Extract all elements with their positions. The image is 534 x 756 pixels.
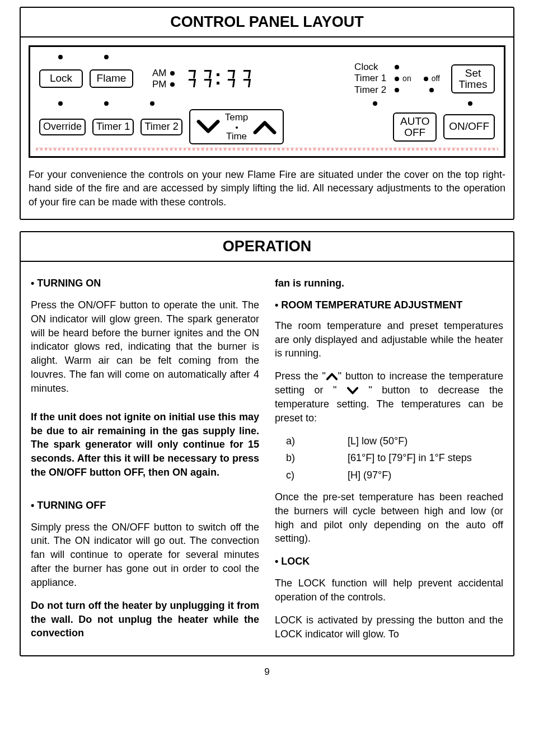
option-key: b) [286, 451, 348, 465]
time-label: Time [226, 131, 247, 142]
control-panel-body: Lock Flame AM PM Clock [21, 37, 513, 219]
set-label: Set [465, 67, 481, 79]
control-panel-section: CONTROL PANEL LAYOUT Lock Flame AM PM [20, 7, 514, 220]
timer1-button[interactable]: Timer 1 [92, 119, 134, 135]
led-indicator [429, 88, 434, 92]
option-key: c) [286, 468, 348, 482]
led-indicator [104, 55, 109, 59]
led-indicator [468, 101, 472, 106]
override-button[interactable]: Override [39, 119, 86, 135]
led-indicator [150, 101, 154, 106]
option-value: [H] (97°F) [348, 468, 391, 482]
clock-display [185, 69, 252, 89]
option-value: [L] low (50°F) [348, 434, 407, 448]
times-label: Times [458, 78, 487, 90]
up-arrow-icon[interactable] [252, 119, 277, 135]
lock-button[interactable]: Lock [39, 69, 83, 88]
am-pm-labels: AM PM [152, 68, 175, 90]
off-label: off [432, 74, 440, 83]
status-indicators: Clock Timer 1 on off Timer 2 [354, 62, 440, 96]
led-indicator [395, 88, 399, 92]
led-indicator [170, 82, 175, 87]
operation-right-column: fan is running. • ROOM TEMPERATURE ADJUS… [275, 272, 503, 650]
onoff-button[interactable]: ON/OFF [443, 114, 495, 139]
temp-option-a: a) [L] low (50°F) [286, 434, 503, 448]
page-number: 9 [20, 666, 514, 678]
lock-text-2: LOCK is activated by pressing the button… [275, 613, 503, 641]
am-label: AM [152, 68, 167, 78]
set-times-button[interactable]: Set Times [451, 64, 495, 93]
ignite-warning-text: If the unit does not ignite on initial u… [31, 410, 259, 480]
room-temp-heading: • ROOM TEMPERATURE ADJUSTMENT [275, 298, 503, 312]
turning-on-heading: • TURNING ON [31, 276, 259, 290]
led-indicator [395, 77, 399, 81]
preset-temp-text: Once the pre-set temperature has been re… [275, 490, 503, 546]
turning-on-text: Press the ON/OFF button to operate the u… [31, 298, 259, 396]
off-mode-label: OFF [404, 126, 425, 138]
led-indicator [58, 101, 63, 106]
unplug-warning-text: Do not turn off the heater by unplugging… [31, 599, 259, 640]
text-fragment: Press the " [275, 370, 326, 382]
down-arrow-icon[interactable] [196, 119, 221, 135]
lock-text-1: The LOCK function will help prevent acci… [275, 576, 503, 604]
up-arrow-icon [326, 372, 338, 381]
temp-option-c: c) [H] (97°F) [286, 468, 503, 482]
led-indicator [373, 101, 377, 106]
led-indicator [424, 77, 428, 81]
room-temp-text-2: Press the "" button to increase the temp… [275, 369, 503, 425]
control-panel-diagram: Lock Flame AM PM Clock [29, 45, 505, 158]
pm-label: PM [152, 79, 167, 90]
clock-label: Clock [354, 62, 391, 73]
option-key: a) [286, 434, 348, 448]
timer2-button[interactable]: Timer 2 [140, 119, 182, 135]
fan-running-text: fan is running. [275, 276, 503, 290]
operation-title: OPERATION [21, 232, 513, 262]
temp-time-group: Temp Time [189, 109, 284, 144]
diagram-divider [36, 148, 498, 151]
timer2-label: Timer 2 [354, 84, 391, 96]
room-temp-text-1: The room temperature and preset temperat… [275, 319, 503, 360]
down-arrow-icon [346, 386, 359, 395]
operation-left-column: • TURNING ON Press the ON/OFF button to … [31, 272, 259, 650]
panel-description: For your convenience the controls on you… [29, 168, 505, 209]
led-indicator [104, 101, 109, 106]
auto-off-button[interactable]: AUTO OFF [393, 112, 437, 142]
on-label: on [402, 74, 411, 83]
led-indicator [58, 55, 63, 59]
temp-label: Temp [225, 112, 249, 123]
turning-off-heading: • TURNING OFF [31, 499, 259, 513]
operation-section: OPERATION • TURNING ON Press the ON/OFF … [20, 231, 514, 656]
flame-button[interactable]: Flame [90, 69, 133, 88]
temp-option-b: b) [61°F] to [79°F] in 1°F steps [286, 451, 503, 465]
control-panel-title: CONTROL PANEL LAYOUT [21, 8, 513, 37]
led-indicator [395, 65, 399, 69]
timer1-label: Timer 1 [354, 73, 391, 84]
auto-label: AUTO [400, 115, 429, 127]
turning-off-text: Simply press the ON/OFF button to switch… [31, 520, 259, 590]
lock-heading: • LOCK [275, 555, 503, 569]
led-indicator [170, 71, 175, 76]
option-value: [61°F] to [79°F] in 1°F steps [348, 451, 472, 465]
